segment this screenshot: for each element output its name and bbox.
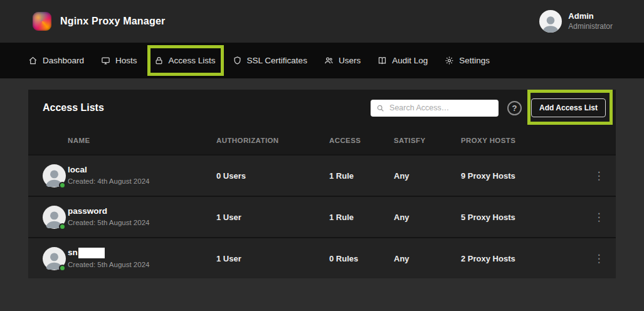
- nav-label: Users: [339, 56, 361, 65]
- app-title: Nginx Proxy Manager: [60, 16, 165, 27]
- row-menu-button[interactable]: ⋮: [589, 251, 610, 266]
- nav-label: Access Lists: [169, 56, 216, 65]
- name-cell: sn Created: 5th August 2024: [68, 248, 216, 269]
- created-date: Created: 5th August 2024: [68, 219, 216, 227]
- access-cell: 1 Rule: [329, 171, 394, 181]
- proxy-hosts-cell: 2 Proxy Hosts: [461, 254, 582, 263]
- created-date: Created: 4th August 2024: [68, 177, 216, 186]
- list-avatar: [43, 164, 66, 187]
- nav-item-users[interactable]: Users: [324, 43, 361, 78]
- nav-item-settings[interactable]: Settings: [445, 43, 490, 78]
- add-access-list-button[interactable]: Add Access List: [531, 98, 606, 117]
- nav-label: Dashboard: [43, 56, 84, 65]
- help-button[interactable]: ?: [507, 101, 522, 115]
- table-header-row: NAME AUTHORIZATION ACCESS SATISFY PROXY …: [28, 126, 616, 154]
- app-logo-icon: [33, 12, 51, 31]
- home-icon: [28, 56, 38, 65]
- users-icon: [324, 56, 334, 65]
- name-cell: password Created: 5th August 2024: [68, 207, 216, 226]
- satisfy-cell: Any: [394, 213, 461, 222]
- search-icon: [376, 104, 384, 112]
- user-role: Administrator: [568, 22, 613, 31]
- table-row[interactable]: sn Created: 5th August 2024 1 User 0 Rul…: [28, 237, 616, 278]
- column-header-proxy-hosts: PROXY HOSTS: [461, 137, 582, 144]
- main-nav: Dashboard Hosts Access Lists SSL Certifi…: [0, 43, 644, 78]
- satisfy-cell: Any: [394, 171, 461, 181]
- nav-item-audit-log[interactable]: Audit Log: [377, 43, 428, 78]
- created-date: Created: 5th August 2024: [68, 261, 216, 269]
- user-meta: Admin Administrator: [568, 11, 613, 31]
- row-menu-button[interactable]: ⋮: [589, 209, 610, 225]
- content-area: Access Lists ? Add Access List NAME AUTH: [0, 78, 644, 278]
- nav-label: Hosts: [115, 56, 137, 65]
- row-menu-button[interactable]: ⋮: [589, 168, 610, 184]
- table-row[interactable]: password Created: 5th August 2024 1 User…: [28, 196, 616, 237]
- nav-label: SSL Certificates: [247, 56, 307, 65]
- column-header-authorization: AUTHORIZATION: [216, 137, 329, 144]
- access-cell: 1 Rule: [329, 213, 394, 222]
- online-status-dot: [59, 223, 66, 230]
- access-list-name: sn: [68, 248, 216, 258]
- column-header-access: ACCESS: [329, 137, 394, 144]
- nav-item-dashboard[interactable]: Dashboard: [28, 43, 84, 78]
- authorization-cell: 0 Users: [216, 171, 329, 181]
- column-header-name: NAME: [68, 137, 216, 144]
- user-menu[interactable]: Admin Administrator: [539, 10, 613, 33]
- authorization-cell: 1 User: [216, 213, 329, 222]
- list-avatar: [43, 206, 66, 229]
- page-title: Access Lists: [43, 102, 104, 113]
- list-avatar: [43, 247, 66, 270]
- nav-item-hosts[interactable]: Hosts: [101, 43, 137, 78]
- table-row[interactable]: local Created: 4th August 2024 0 Users 1…: [28, 154, 616, 196]
- shield-icon: [233, 56, 242, 65]
- column-header-satisfy: SATISFY: [394, 137, 461, 144]
- lock-icon: [154, 56, 164, 65]
- book-icon: [377, 56, 387, 65]
- search-box: [371, 100, 499, 117]
- top-header: Nginx Proxy Manager Admin Administrator: [0, 0, 644, 43]
- satisfy-cell: Any: [394, 254, 461, 263]
- person-icon: [539, 12, 562, 33]
- nav-label: Audit Log: [392, 56, 428, 65]
- proxy-hosts-cell: 5 Proxy Hosts: [461, 213, 582, 222]
- monitor-icon: [101, 56, 110, 65]
- name-cell: local Created: 4th August 2024: [68, 166, 216, 185]
- user-name: Admin: [568, 11, 613, 21]
- redaction-box: [78, 248, 105, 258]
- nav-item-ssl-certificates[interactable]: SSL Certificates: [233, 43, 307, 78]
- proxy-hosts-cell: 9 Proxy Hosts: [461, 171, 582, 181]
- brand: Nginx Proxy Manager: [33, 12, 165, 31]
- access-list-name: local: [68, 166, 216, 175]
- access-lists-panel: Access Lists ? Add Access List NAME AUTH: [28, 90, 616, 278]
- panel-title-row: Access Lists ? Add Access List: [28, 90, 616, 126]
- access-list-name: password: [68, 207, 216, 216]
- gear-icon: [445, 56, 454, 65]
- nav-label: Settings: [459, 56, 490, 65]
- access-cell: 0 Rules: [329, 254, 394, 263]
- user-avatar[interactable]: [539, 10, 562, 33]
- authorization-cell: 1 User: [216, 254, 329, 263]
- add-access-list-label: Add Access List: [539, 103, 598, 112]
- nav-item-access-lists[interactable]: Access Lists: [154, 43, 216, 78]
- panel-header: Access Lists ? Add Access List NAME AUTH: [28, 90, 616, 154]
- online-status-dot: [59, 182, 66, 189]
- online-status-dot: [59, 265, 66, 271]
- search-input[interactable]: [388, 103, 493, 113]
